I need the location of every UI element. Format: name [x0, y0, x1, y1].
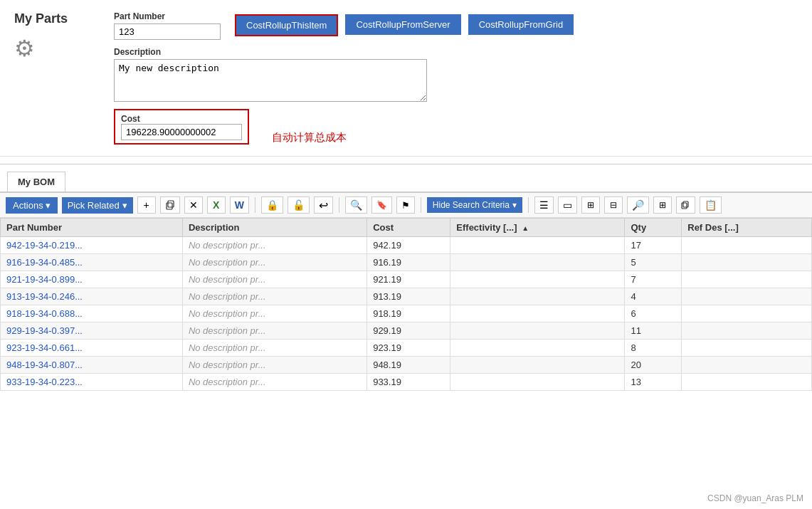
flag-button[interactable]: ⚑ [396, 196, 415, 214]
gear-icon: ⚙ [14, 35, 35, 62]
chart-button[interactable]: ⊞ [653, 196, 672, 214]
cell-part-number[interactable]: 918-19-34-0.688... [1, 305, 183, 322]
cost-row: Cost 自动计算总成本 [114, 109, 798, 145]
cell-cost: 916.19 [367, 254, 450, 271]
cell-effectivity [450, 288, 625, 305]
table-row: 913-19-34-0.246... No description pr... … [1, 288, 812, 305]
toolbar-separator-2 [339, 197, 339, 213]
cell-ref-des [682, 322, 812, 340]
pick-related-button[interactable]: Pick Related ▾ [62, 197, 133, 214]
part-number-label: Part Number [114, 11, 221, 21]
cell-ref-des [682, 305, 812, 322]
cost-note: 自动计算总成本 [272, 131, 347, 145]
cell-description: No description pr... [182, 322, 367, 340]
svg-rect-2 [682, 203, 687, 209]
toolbar-separator-4 [528, 197, 529, 213]
part-number-field: Part Number [114, 11, 221, 40]
cost-input[interactable] [121, 124, 242, 140]
actions-button[interactable]: Actions ▾ [6, 197, 58, 214]
word-button[interactable]: W [230, 196, 249, 214]
cell-cost: 918.19 [367, 305, 450, 322]
cost-rollup-this-button[interactable]: CostRollupThisItem [235, 14, 338, 36]
view-button[interactable]: 🔎 [627, 196, 649, 214]
copy2-button[interactable] [676, 196, 695, 214]
cell-ref-des [682, 288, 812, 305]
cell-part-number[interactable]: 921-19-34-0.899... [1, 271, 183, 288]
cell-cost: 933.19 [367, 374, 450, 391]
lock-button[interactable]: 🔒 [261, 196, 283, 214]
bom-toolbar: Actions ▾ Pick Related ▾ + ✕ X W 🔒 🔓 ↩ 🔍… [0, 193, 812, 218]
cell-effectivity [450, 254, 625, 271]
cell-effectivity [450, 271, 625, 288]
cell-ref-des [682, 254, 812, 271]
cell-part-number[interactable]: 948-19-34-0.807... [1, 357, 183, 374]
delete-row-button[interactable]: ✕ [184, 196, 203, 214]
table-header-row: Part Number Description Cost Effectivity… [1, 219, 812, 237]
list-view-button[interactable]: ☰ [534, 196, 554, 214]
excel-button[interactable]: X [207, 196, 226, 214]
cell-description: No description pr... [182, 357, 367, 374]
tab-my-bom[interactable]: My BOM [7, 172, 65, 191]
bookmark-button[interactable]: 🔖 [371, 196, 392, 214]
cell-qty: 17 [625, 237, 682, 254]
cell-part-number[interactable]: 942-19-34-0.219... [1, 237, 183, 254]
col-ref-des: Ref Des [...] [682, 219, 812, 237]
outdent-button[interactable]: ⊟ [604, 196, 623, 214]
unlock-button[interactable]: 🔓 [288, 196, 310, 214]
cell-ref-des [682, 374, 812, 391]
cell-description: No description pr... [182, 305, 367, 322]
cell-effectivity [450, 322, 625, 340]
page-header: My Parts ⚙ Part Number CostRollupThisIte… [0, 0, 812, 157]
cell-description: No description pr... [182, 237, 367, 254]
cell-cost: 948.19 [367, 357, 450, 374]
cell-qty: 8 [625, 340, 682, 357]
paste-button[interactable]: 📋 [700, 196, 722, 214]
cell-ref-des [682, 271, 812, 288]
cost-label: Cost [121, 114, 140, 124]
cell-effectivity [450, 340, 625, 357]
copy-icon [165, 200, 175, 210]
svg-rect-0 [167, 203, 172, 209]
table-row: 948-19-34-0.807... No description pr... … [1, 357, 812, 374]
table-row: 929-19-34-0.397... No description pr... … [1, 322, 812, 340]
cell-part-number[interactable]: 929-19-34-0.397... [1, 322, 183, 340]
cell-part-number[interactable]: 923-19-34-0.661... [1, 340, 183, 357]
undo-button[interactable]: ↩ [314, 196, 333, 214]
cell-cost: 913.19 [367, 288, 450, 305]
cell-effectivity [450, 237, 625, 254]
cell-qty: 20 [625, 357, 682, 374]
copy-row-button[interactable] [160, 196, 180, 214]
cell-description: No description pr... [182, 288, 367, 305]
cost-rollup-server-button[interactable]: CostRollupFromServer [345, 14, 460, 35]
form-top-row: Part Number CostRollupThisItem CostRollu… [114, 11, 798, 40]
hide-search-button[interactable]: Hide Search Criteria ▾ [427, 197, 522, 213]
actions-label: Actions [13, 200, 43, 211]
table-row: 933-19-34-0.223... No description pr... … [1, 374, 812, 391]
part-number-input[interactable] [114, 23, 221, 40]
cell-part-number[interactable]: 913-19-34-0.246... [1, 288, 183, 305]
grid-input-button[interactable]: ▭ [558, 196, 577, 214]
search-button[interactable]: 🔍 [345, 196, 367, 214]
cell-ref-des [682, 340, 812, 357]
actions-arrow: ▾ [46, 200, 51, 211]
form-section: Part Number CostRollupThisItem CostRollu… [114, 11, 798, 145]
description-textarea[interactable]: My new description [114, 59, 427, 102]
pick-related-arrow: ▾ [122, 200, 127, 211]
page-title: My Parts [14, 11, 68, 26]
svg-rect-1 [168, 201, 174, 207]
cell-part-number[interactable]: 916-19-34-0.485... [1, 254, 183, 271]
description-label: Description [114, 47, 798, 57]
col-part-number: Part Number [1, 219, 183, 237]
cell-part-number[interactable]: 933-19-34-0.223... [1, 374, 183, 391]
cost-rollup-grid-button[interactable]: CostRollupFromGrid [468, 14, 574, 35]
indent-button[interactable]: ⊞ [581, 196, 600, 214]
bom-table: Part Number Description Cost Effectivity… [0, 218, 812, 391]
add-row-button[interactable]: + [137, 196, 156, 214]
cell-ref-des [682, 357, 812, 374]
cell-cost: 921.19 [367, 271, 450, 288]
cell-effectivity [450, 357, 625, 374]
divider [0, 164, 812, 164]
cell-cost: 942.19 [367, 237, 450, 254]
cell-qty: 13 [625, 374, 682, 391]
table-row: 923-19-34-0.661... No description pr... … [1, 340, 812, 357]
